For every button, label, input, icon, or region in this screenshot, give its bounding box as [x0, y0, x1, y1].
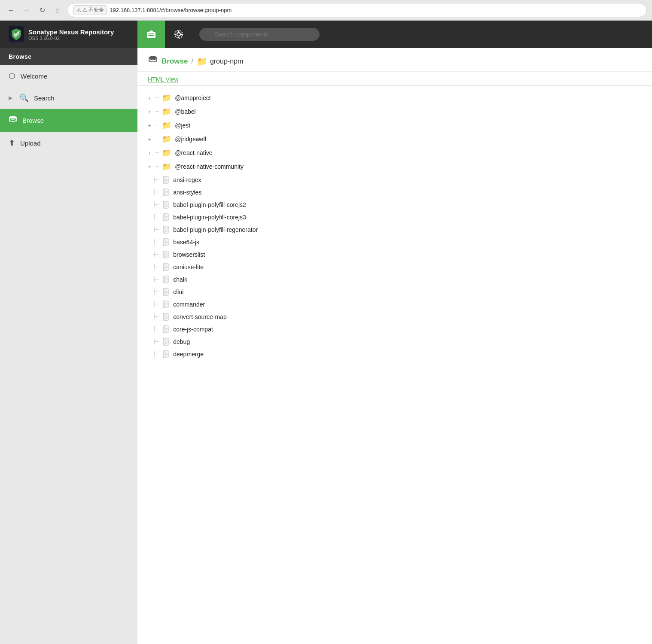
tree-item-label: ansi-styles	[173, 189, 201, 196]
forward-button[interactable]: →	[21, 4, 33, 16]
file-tree: + ─ 📁 @ampproject + ─ 📁 @babel + ─ 📁 @je…	[137, 88, 652, 364]
file-icon	[163, 188, 170, 196]
file-icon	[163, 275, 170, 283]
browse-nav-button[interactable]	[137, 21, 165, 48]
tree-item[interactable]: ├─ base64-js	[137, 236, 652, 248]
back-button[interactable]: ←	[5, 4, 17, 16]
file-icon	[163, 213, 170, 221]
sidebar-item-upload[interactable]: ⬆ Upload	[0, 132, 137, 154]
svg-rect-85	[164, 351, 168, 358]
folder-icon: 📁	[162, 148, 171, 158]
sidebar-item-search[interactable]: ▶ 🔍 Search	[0, 87, 137, 109]
svg-rect-75	[164, 326, 168, 333]
upload-icon: ⬆	[9, 138, 15, 148]
tree-item[interactable]: + ─ 📁 @jest	[137, 118, 652, 132]
tree-line-icon: ─	[155, 150, 158, 156]
tree-item-label: babel-plugin-polyfill-regenerator	[173, 226, 258, 233]
url-text: 192.168.137.1:8081/#/browse/browse:group…	[110, 7, 232, 13]
brand-name: Sonatype Nexus Repository	[28, 28, 114, 36]
nav-actions	[137, 21, 192, 48]
tree-item-label: @react-native	[175, 149, 212, 156]
svg-rect-55	[164, 276, 168, 283]
tree-item-label: @jest	[175, 122, 190, 129]
sidebar-welcome-label: Welcome	[21, 73, 47, 80]
tree-line-icon: ─	[155, 122, 158, 128]
svg-point-2	[149, 30, 153, 33]
tree-expand-icon: +	[148, 95, 154, 101]
folder-icon: 📁	[162, 93, 171, 103]
svg-rect-35	[164, 226, 168, 233]
nexus-logo	[9, 26, 24, 43]
tree-expand-icon: +	[148, 150, 154, 156]
tree-connector-icon: ├─	[153, 202, 158, 207]
svg-rect-80	[164, 338, 168, 345]
svg-rect-45	[164, 251, 168, 258]
settings-nav-button[interactable]	[165, 21, 192, 48]
tree-connector-icon: ├─	[153, 214, 158, 220]
security-label: ⚠ 不安全	[82, 6, 104, 14]
svg-rect-25	[164, 201, 168, 208]
svg-rect-30	[164, 214, 168, 221]
file-icon	[163, 313, 170, 321]
sidebar-header: Browse	[0, 48, 137, 65]
tree-item-label: commander	[173, 301, 205, 308]
tree-item[interactable]: ├─ ansi-regex	[137, 173, 652, 186]
tree-expand-icon: +	[148, 122, 154, 129]
address-bar[interactable]: ⚠ ⚠ 不安全 192.168.137.1:8081/#/browse/brow…	[67, 3, 647, 17]
database-icon	[9, 115, 17, 126]
svg-rect-50	[164, 264, 168, 270]
tree-connector-icon: ├─	[153, 239, 158, 245]
tree-connector-icon: ├─	[153, 289, 158, 295]
svg-rect-70	[164, 313, 168, 320]
tree-item[interactable]: ├─ core-js-compat	[137, 323, 652, 335]
sidebar-item-welcome[interactable]: ⬡ Welcome	[0, 65, 137, 87]
tree-item[interactable]: ├─ browserslist	[137, 248, 652, 261]
file-icon	[163, 176, 170, 184]
brand-version: OSS 3.66.0-02	[28, 36, 114, 41]
svg-rect-40	[164, 239, 168, 246]
tree-item[interactable]: ├─ convert-source-map	[137, 310, 652, 323]
tree-connector-icon: ├─	[153, 276, 158, 282]
file-icon	[163, 288, 170, 296]
tree-item[interactable]: ├─ caniuse-lite	[137, 261, 652, 273]
html-view-link[interactable]: HTML View	[148, 76, 179, 83]
tree-connector-icon: ├─	[153, 339, 158, 344]
tree-connector-icon: ├─	[153, 189, 158, 195]
tree-item[interactable]: ├─ babel-plugin-polyfill-corejs2	[137, 198, 652, 211]
breadcrumb-browse-link[interactable]: Browse	[161, 57, 188, 66]
sidebar-item-browse[interactable]: Browse	[0, 109, 137, 132]
tree-item[interactable]: + ─ 📁 @ampproject	[137, 91, 652, 105]
file-icon	[163, 337, 170, 346]
tree-item[interactable]: ├─ babel-plugin-polyfill-regenerator	[137, 223, 652, 236]
tree-line-icon: ─	[155, 136, 158, 142]
refresh-button[interactable]: ↻	[36, 4, 48, 16]
breadcrumb-separator: /	[191, 58, 193, 65]
tree-item[interactable]: ├─ chalk	[137, 273, 652, 286]
search-input[interactable]	[199, 28, 320, 41]
tree-item[interactable]: + ─ 📁 @babel	[137, 105, 652, 118]
tree-item[interactable]: + ─ 📁 @react-native-community	[137, 160, 652, 173]
tree-item[interactable]: ├─ cliui	[137, 286, 652, 298]
tree-item[interactable]: + ─ 📁 @jridgewell	[137, 132, 652, 146]
file-icon	[163, 263, 170, 271]
tree-item[interactable]: ├─ babel-plugin-polyfill-corejs3	[137, 211, 652, 223]
home-button[interactable]: ⌂	[52, 4, 64, 16]
svg-rect-3	[148, 33, 154, 34]
brand-section: Sonatype Nexus Repository OSS 3.66.0-02	[0, 21, 137, 48]
breadcrumb: Browse / 📁 group-npm	[137, 48, 652, 72]
sidebar-header-label: Browse	[9, 53, 32, 60]
warning-icon: ⚠	[76, 7, 81, 13]
main-layout: Browse ⬡ Welcome ▶ 🔍 Search	[0, 48, 652, 644]
breadcrumb-current: 📁 group-npm	[197, 56, 243, 67]
tree-connector-icon: ├─	[153, 252, 158, 257]
tree-item-label: debug	[173, 338, 190, 345]
svg-point-8	[9, 116, 16, 118]
tree-item[interactable]: ├─ ansi-styles	[137, 186, 652, 198]
breadcrumb-db-icon	[148, 55, 158, 68]
tree-connector-icon: ├─	[153, 314, 158, 319]
tree-item[interactable]: ├─ debug	[137, 335, 652, 348]
tree-item[interactable]: ├─ deepmerge	[137, 348, 652, 360]
sidebar-search-label: Search	[34, 94, 55, 102]
tree-item[interactable]: + ─ 📁 @react-native	[137, 146, 652, 160]
tree-item[interactable]: ├─ commander	[137, 298, 652, 310]
